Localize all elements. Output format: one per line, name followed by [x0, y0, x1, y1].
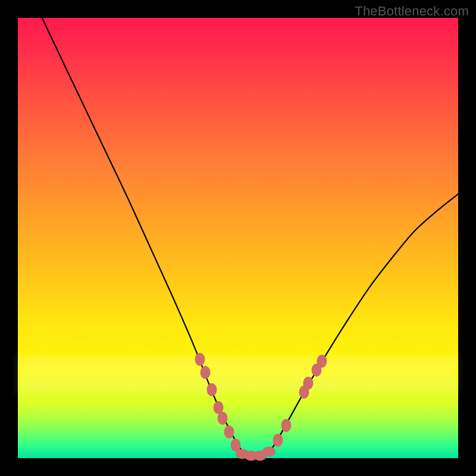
curve-marker	[303, 377, 314, 390]
curve-marker	[218, 412, 228, 425]
curve-marker	[200, 366, 210, 379]
curve-marker	[273, 434, 283, 447]
plot-area	[18, 18, 458, 458]
watermark-text: TheBottleneck.com	[355, 4, 469, 19]
curve-marker	[224, 425, 234, 439]
curve-marker	[195, 353, 205, 366]
curve-marker	[317, 355, 327, 368]
bottleneck-curve	[42, 18, 458, 457]
curve-svg	[18, 18, 458, 458]
curve-marker	[262, 446, 275, 456]
curve-marker	[206, 383, 217, 396]
curve-marker	[281, 419, 292, 432]
chart-frame: TheBottleneck.com	[0, 0, 476, 476]
